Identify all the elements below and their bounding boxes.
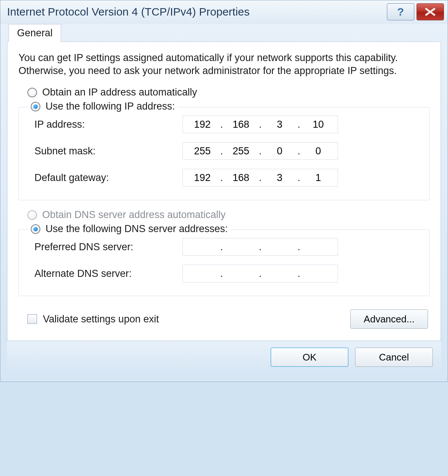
dot-icon: . [297,172,301,184]
radio-label: Use the following IP address: [46,101,175,112]
field-preferred-dns: Preferred DNS server: . . . [27,234,421,260]
group-dns-manual: Use the following DNS server addresses: … [19,229,429,296]
radio-icon [27,88,37,97]
mask-octet-3[interactable] [263,145,297,157]
dot-icon: . [220,119,224,130]
advanced-button[interactable]: Advanced... [350,309,428,329]
ok-button[interactable]: OK [271,348,348,367]
gw-octet-3[interactable] [263,172,297,184]
radio-dns-auto: Obtain DNS server address automatically [19,207,429,223]
checkbox-validate[interactable] [27,314,37,324]
input-preferred-dns[interactable]: . . . [183,238,338,256]
gw-octet-1[interactable] [185,172,220,184]
client-area: General You can get IP settings assigned… [0,24,448,382]
input-ip-address[interactable]: . . . [183,115,338,133]
window-title: Internet Protocol Version 4 (TCP/IPv4) P… [7,6,385,18]
dot-icon: . [297,268,301,279]
input-subnet-mask[interactable]: . . . [183,142,338,160]
dot-icon: . [258,241,263,253]
dialog-footer: OK Cancel [7,341,441,374]
ip-octet-1[interactable] [185,118,220,131]
dot-icon: . [297,145,301,157]
pref-octet-3[interactable] [263,241,297,253]
field-default-gateway: Default gateway: . . . [27,164,421,191]
alt-octet-2[interactable] [224,268,258,280]
ip-octet-2[interactable] [224,118,258,131]
radio-icon [31,102,40,111]
alt-octet-3[interactable] [263,268,297,280]
input-alternate-dns[interactable]: . . . [183,265,338,282]
group-ip-manual: Use the following IP address: IP address… [19,107,429,200]
pref-octet-1[interactable] [185,241,220,253]
mask-octet-2[interactable] [224,145,258,157]
pref-octet-2[interactable] [224,241,258,253]
dot-icon: . [297,119,301,130]
radio-dns-manual[interactable]: Use the following DNS server addresses: [28,223,231,235]
intro-text: You can get IP settings assigned automat… [19,51,429,77]
radio-icon [27,210,37,220]
radio-ip-manual[interactable]: Use the following IP address: [28,101,178,112]
help-icon: ? [397,6,404,18]
ip-octet-4[interactable] [301,118,335,131]
radio-ip-auto[interactable]: Obtain an IP address automatically [19,84,429,100]
field-subnet-mask: Subnet mask: . . . [27,138,421,164]
bottom-row: Validate settings upon exit Advanced... [19,303,429,330]
dot-icon: . [258,268,263,279]
mask-octet-1[interactable] [185,145,220,157]
close-icon [425,8,436,16]
tabstrip: General [7,24,441,42]
alt-octet-4[interactable] [301,268,335,280]
checkbox-validate-label: Validate settings upon exit [43,314,159,325]
label-mask: Subnet mask: [34,145,183,157]
gw-octet-2[interactable] [224,172,258,184]
input-default-gateway[interactable]: . . . [183,169,338,187]
dot-icon: . [220,241,224,253]
pref-octet-4[interactable] [301,241,335,253]
mask-octet-4[interactable] [301,145,335,157]
label-gateway: Default gateway: [34,172,183,184]
tab-panel-general: You can get IP settings assigned automat… [7,41,441,341]
dot-icon: . [220,268,224,279]
ip-octet-3[interactable] [263,118,297,131]
radio-label: Obtain an IP address automatically [42,87,197,98]
dot-icon: . [297,241,301,253]
gw-octet-4[interactable] [301,172,335,184]
radio-label: Obtain DNS server address automatically [42,209,225,221]
label-alt-dns: Alternate DNS server: [34,268,183,279]
titlebar: Internet Protocol Version 4 (TCP/IPv4) P… [0,0,448,24]
radio-label: Use the following DNS server addresses: [46,223,228,235]
help-button[interactable]: ? [387,3,414,20]
dot-icon: . [220,172,224,184]
field-ip-address: IP address: . . . [27,111,421,138]
cancel-button[interactable]: Cancel [355,348,433,367]
dot-icon: . [220,145,224,157]
dot-icon: . [258,119,263,130]
close-button[interactable] [417,3,444,20]
dot-icon: . [258,145,263,157]
dot-icon: . [258,172,263,184]
alt-octet-1[interactable] [185,268,220,280]
label-ip: IP address: [34,119,183,130]
radio-icon [31,224,40,234]
field-alternate-dns: Alternate DNS server: . . . [27,260,421,287]
label-pref-dns: Preferred DNS server: [34,241,183,253]
tab-general[interactable]: General [9,24,61,42]
dialog-window: Internet Protocol Version 4 (TCP/IPv4) P… [0,0,448,382]
